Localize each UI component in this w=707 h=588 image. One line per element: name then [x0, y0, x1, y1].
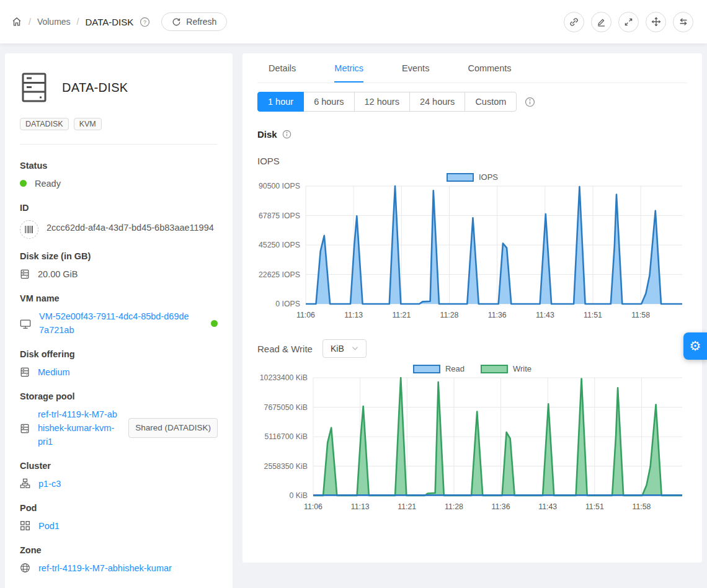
field-vm-name: VM name VM-52e00f43-7911-4dc4-85bd-d69de… — [20, 293, 218, 337]
volume-title: DATA-DISK — [62, 81, 128, 95]
svg-text:45250 IOPS: 45250 IOPS — [259, 241, 300, 249]
write-swatch — [481, 365, 508, 373]
migrate-button[interactable] — [673, 12, 693, 32]
storage-pool-link[interactable]: ref-trl-4119-k-M7-abhishek-kumar-kvm-pri… — [38, 408, 118, 448]
breadcrumb: / Volumes / DATA-DISK ? Refresh — [11, 12, 227, 31]
svg-text:22625 IOPS: 22625 IOPS — [259, 270, 300, 279]
svg-text:90500 IOPS: 90500 IOPS — [259, 183, 300, 190]
read-write-row: Read & Write KiB — [257, 339, 687, 358]
svg-text:11:36: 11:36 — [492, 502, 510, 511]
zone-link[interactable]: ref-trl-4119-k-M7-abhishek-kumar — [38, 561, 172, 575]
desktop-icon — [20, 319, 31, 329]
refresh-icon — [172, 17, 181, 27]
info-icon[interactable] — [282, 130, 291, 139]
resize-button[interactable] — [618, 12, 639, 32]
tab-metrics[interactable]: Metrics — [334, 53, 363, 82]
iops-swatch — [447, 173, 474, 182]
svg-text:5116700 KiB: 5116700 KiB — [264, 432, 308, 441]
svg-text:11:13: 11:13 — [351, 502, 370, 511]
disk-section-label: Disk — [257, 129, 277, 140]
svg-text:?: ? — [143, 19, 146, 25]
read-write-title: Read & Write — [257, 344, 313, 354]
svg-text:11:36: 11:36 — [488, 311, 507, 319]
help-icon[interactable]: ? — [140, 17, 150, 27]
field-label: Storage pool — [20, 391, 218, 401]
field-disk-size: Disk size (in GB) 20.00 GiB — [20, 251, 218, 281]
breadcrumb-volumes[interactable]: Volumes — [37, 17, 71, 27]
unit-select-value: KiB — [331, 344, 344, 354]
tab-events[interactable]: Events — [402, 53, 429, 82]
detail-tabs: Details Metrics Events Comments — [257, 53, 687, 83]
iops-legend: IOPS — [257, 172, 687, 182]
edit-icon — [596, 17, 607, 27]
volume-id: 2ccc62dd-af4a-43d7-bd45-6b83aae11994 — [47, 221, 214, 234]
refresh-label: Refresh — [186, 17, 216, 27]
range-6-hours[interactable]: 6 hours — [303, 92, 354, 112]
home-icon[interactable] — [11, 16, 22, 27]
volume-tags: DATADISK KVM — [20, 118, 218, 130]
field-pod: Pod Pod1 — [20, 503, 218, 533]
svg-text:11:06: 11:06 — [304, 502, 322, 511]
gear-icon: ⚙ — [690, 339, 701, 354]
write-legend-label: Write — [513, 364, 531, 373]
range-12-hours[interactable]: 12 hours — [354, 92, 410, 112]
refresh-button[interactable]: Refresh — [161, 12, 227, 31]
top-bar: / Volumes / DATA-DISK ? Refresh — [0, 0, 707, 43]
read-write-legend: Read Write — [257, 364, 687, 373]
legend-item-iops[interactable]: IOPS — [447, 172, 498, 182]
edit-button[interactable] — [591, 12, 611, 32]
volume-icon — [20, 72, 48, 103]
range-custom[interactable]: Custom — [465, 92, 517, 112]
field-storage-pool: Storage pool ref-trl-4119-k-M7-abhishek-… — [20, 391, 218, 448]
barcode-icon — [20, 220, 38, 239]
move-button[interactable] — [646, 12, 666, 32]
read-legend-label: Read — [445, 364, 465, 373]
tab-comments[interactable]: Comments — [468, 53, 511, 82]
read-swatch — [413, 365, 440, 373]
pod-icon — [20, 520, 30, 531]
field-zone: Zone ref-trl-4119-k-M7-abhishek-kumar — [20, 545, 218, 575]
vm-name-link[interactable]: VM-52e00f43-7911-4dc4-85bd-d69de7a721ab — [39, 310, 193, 337]
tag-kvm: KVM — [74, 118, 102, 130]
cluster-link[interactable]: p1-c3 — [38, 477, 61, 491]
move-icon — [651, 16, 662, 27]
field-label: Cluster — [20, 461, 218, 471]
info-icon[interactable] — [525, 97, 535, 107]
svg-text:11:51: 11:51 — [585, 502, 604, 511]
tag-datadisk: DATADISK — [20, 118, 69, 130]
legend-item-read[interactable]: Read — [413, 364, 465, 373]
globe-icon — [20, 563, 30, 573]
link-icon — [569, 17, 579, 27]
svg-text:2558350 KiB: 2558350 KiB — [264, 462, 308, 471]
svg-text:11:43: 11:43 — [538, 502, 557, 511]
svg-text:11:06: 11:06 — [296, 311, 315, 319]
volume-actions — [564, 12, 693, 32]
breadcrumb-separator: / — [77, 17, 79, 27]
tab-details[interactable]: Details — [269, 53, 296, 82]
svg-text:67875 IOPS: 67875 IOPS — [259, 212, 300, 220]
svg-text:7675050 KiB: 7675050 KiB — [264, 403, 308, 412]
iops-chart: 0 IOPS22625 IOPS45250 IOPS67875 IOPS9050… — [257, 183, 687, 324]
field-label: VM name — [20, 293, 218, 303]
field-label: Pod — [20, 503, 218, 513]
field-label: Disk size (in GB) — [20, 251, 218, 261]
volume-detail-panel: Details Metrics Events Comments 1 hour 6… — [242, 53, 702, 563]
svg-text:10233400 KiB: 10233400 KiB — [260, 375, 308, 382]
settings-fab[interactable]: ⚙ — [683, 332, 707, 360]
range-1-hour[interactable]: 1 hour — [257, 92, 304, 112]
time-range-group: 1 hour 6 hours 12 hours 24 hours Custom — [257, 92, 517, 112]
legend-item-write[interactable]: Write — [481, 364, 531, 373]
disk-offering-link[interactable]: Medium — [38, 365, 70, 379]
range-24-hours[interactable]: 24 hours — [409, 92, 465, 112]
disk-icon — [20, 269, 30, 280]
pod-link[interactable]: Pod1 — [38, 519, 60, 533]
svg-text:0 IOPS: 0 IOPS — [275, 300, 300, 308]
attach-link-button[interactable] — [564, 12, 584, 32]
field-cluster: Cluster p1-c3 — [20, 461, 218, 491]
field-label: ID — [20, 203, 218, 213]
svg-text:11:21: 11:21 — [392, 311, 411, 319]
disk-icon — [20, 367, 30, 378]
field-label: Zone — [20, 545, 218, 555]
svg-text:11:58: 11:58 — [633, 502, 651, 511]
unit-select[interactable]: KiB — [322, 339, 367, 358]
